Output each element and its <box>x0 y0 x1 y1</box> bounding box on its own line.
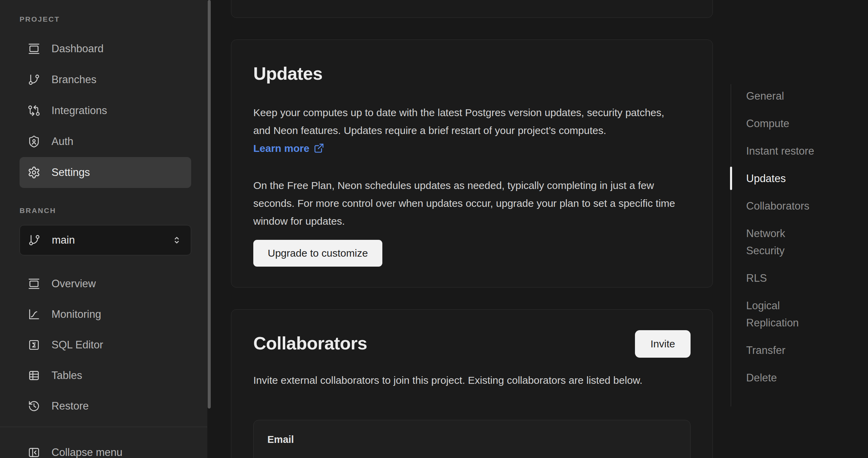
section-nav-item-label: Logical Replication <box>746 300 799 329</box>
updates-free-plan-text: On the Free Plan, Neon schedules updates… <box>253 177 675 230</box>
sidebar-item[interactable]: Branches <box>20 64 191 95</box>
section-nav-item[interactable]: General <box>731 88 824 105</box>
sidebar-item-label: Restore <box>51 400 89 412</box>
integrations-icon <box>27 104 40 117</box>
section-nav-item-label: Instant restore <box>746 145 814 157</box>
sidebar-item[interactable]: Monitoring <box>20 299 191 329</box>
collapse-menu-icon <box>27 446 40 458</box>
section-nav-item[interactable]: Updates <box>731 170 824 187</box>
sidebar-item-label: Overview <box>51 278 96 290</box>
sidebar-item-label: Monitoring <box>51 308 101 321</box>
section-nav-item-label: RLS <box>746 272 767 284</box>
sidebar-item-label: Branches <box>51 74 96 86</box>
sidebar-item[interactable]: Tables <box>20 360 191 391</box>
updates-card: Updates Keep your computes up to date wi… <box>231 40 713 288</box>
sidebar-scrollbar-thumb[interactable] <box>208 0 211 409</box>
invite-button[interactable]: Invite <box>635 330 691 358</box>
external-link-icon <box>313 141 324 152</box>
sidebar-item[interactable]: Integrations <box>20 95 191 126</box>
sidebar-item-label: SQL Editor <box>51 339 103 351</box>
project-sidebar: PROJECT Dashboard Branches Integrations <box>0 0 207 458</box>
sidebar-footer-divider <box>0 427 207 427</box>
sidebar-item-label: Auth <box>51 135 73 148</box>
section-nav-item[interactable]: Compute <box>731 115 824 132</box>
updates-card-title: Updates <box>253 63 323 84</box>
overview-icon <box>27 277 40 290</box>
updates-intro-span: Keep your computes up to date with the l… <box>253 107 664 136</box>
collaborators-card-title: Collaborators <box>253 333 367 354</box>
neon-console-screen: PROJECT Dashboard Branches Integrations <box>0 0 868 458</box>
section-nav-item-label: Compute <box>746 118 789 130</box>
auth-icon <box>27 135 40 148</box>
collapse-menu-label: Collapse menu <box>51 446 123 458</box>
chevrons-up-down-icon <box>171 234 183 246</box>
section-nav-item-label: Collaborators <box>746 200 809 212</box>
learn-more-label: Learn more <box>253 143 309 154</box>
section-nav-item-label: Delete <box>746 372 777 384</box>
collaborators-table: Email <box>253 420 691 458</box>
section-nav-item[interactable]: RLS <box>731 270 824 287</box>
previous-card-partial <box>231 0 713 18</box>
restore-icon <box>27 400 40 413</box>
sidebar-item[interactable]: Overview <box>20 268 191 299</box>
collaborators-description: Invite external collaborators to join th… <box>253 371 675 389</box>
section-nav-item[interactable]: Collaborators <box>731 198 824 215</box>
section-nav-item[interactable]: Network Security <box>731 225 824 259</box>
collapse-menu-button[interactable]: Collapse menu <box>20 437 191 458</box>
sidebar-item[interactable]: Auth <box>20 126 191 157</box>
git-branch-icon <box>28 234 41 247</box>
section-nav-item[interactable]: Instant restore <box>731 143 824 160</box>
sidebar-item-label: Tables <box>51 369 82 382</box>
sidebar-item[interactable]: SQL Editor <box>20 329 191 360</box>
section-nav-item-label: General <box>746 90 784 102</box>
section-nav-item[interactable]: Transfer <box>731 342 824 359</box>
sidebar-item[interactable]: Settings <box>20 157 191 188</box>
sidebar-item-label: Settings <box>51 166 90 179</box>
learn-more-link[interactable]: Learn more <box>253 143 324 154</box>
section-nav-item-label: Transfer <box>746 344 785 356</box>
sql-editor-icon <box>27 338 40 351</box>
branch-nav: Overview Monitoring SQL Editor Tables <box>20 268 191 421</box>
branches-icon <box>27 73 40 86</box>
section-nav-item[interactable]: Delete <box>731 369 824 387</box>
monitoring-icon <box>27 308 40 321</box>
sidebar-item-label: Dashboard <box>51 43 104 55</box>
settings-icon <box>27 166 40 179</box>
section-nav-item-label: Updates <box>746 172 786 185</box>
section-nav-item[interactable]: Logical Replication <box>731 297 824 332</box>
dashboard-icon <box>27 42 40 55</box>
upgrade-to-customize-button[interactable]: Upgrade to customize <box>253 240 382 267</box>
email-column-header: Email <box>267 433 294 446</box>
tables-icon <box>27 369 40 382</box>
sidebar-item-label: Integrations <box>51 104 107 117</box>
project-nav: Dashboard Branches Integrations Auth <box>20 33 191 188</box>
settings-section-nav: General Compute Instant restore Updates … <box>731 84 834 406</box>
branch-selector-value: main <box>52 234 75 246</box>
section-nav-item-label: Network Security <box>746 227 785 257</box>
branch-section-label: BRANCH <box>20 206 56 215</box>
sidebar-item[interactable]: Restore <box>20 391 191 421</box>
project-section-label: PROJECT <box>20 15 60 23</box>
updates-intro-text: Keep your computes up to date with the l… <box>253 104 675 157</box>
collaborators-card: Collaborators Invite Invite external col… <box>231 309 713 458</box>
sidebar-item[interactable]: Dashboard <box>20 33 191 64</box>
branch-selector[interactable]: main <box>20 225 191 255</box>
